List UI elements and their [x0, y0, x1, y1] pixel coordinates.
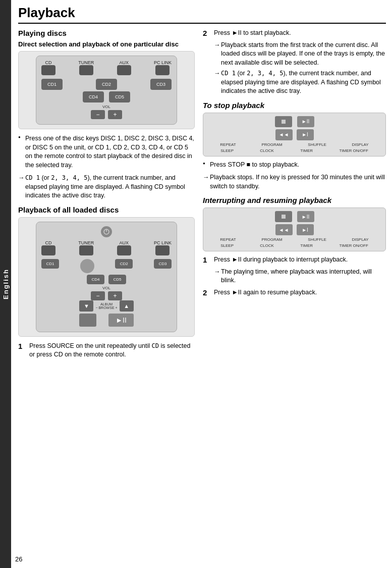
ff-btn[interactable]: ►I — [297, 129, 314, 140]
stop-bullet: Press STOP ■ to stop playback. — [203, 161, 386, 170]
step1-content: Press SOURCE on the unit repeatedly unti… — [29, 342, 195, 359]
cd-source: CD — [41, 60, 55, 77]
stop-btn-panel[interactable] — [275, 116, 292, 127]
tuner-btn-large[interactable] — [79, 245, 93, 255]
arrow-cd1: CD 1 (or 2, 3, 4, 5), the current track … — [18, 174, 195, 200]
stop-top-row: ►II — [207, 116, 381, 127]
timer-label: TIMER — [300, 148, 313, 153]
panel-labels-stop: REPEAT PROGRAM SHUFFLE DISPLAY — [207, 142, 381, 147]
cd123-row: CD1 CD2 CD3 — [41, 79, 172, 90]
stop-heading: To stop playback — [203, 101, 386, 110]
cd2-large[interactable]: CD2 — [115, 259, 133, 269]
stop-play-row: ►II — [41, 314, 172, 327]
stop-mid-row: ◄◄ ►I — [207, 129, 381, 140]
right-column: 2 Press ►II to start playback. Playback … — [203, 29, 386, 363]
vol-down-large[interactable]: − — [91, 291, 105, 300]
pclink-src-large: PC LINK — [154, 240, 172, 257]
pclink-btn-large[interactable] — [155, 245, 170, 255]
vol-up-btn[interactable]: + — [108, 110, 122, 119]
page-number: 26 — [15, 555, 22, 563]
ff-btn2[interactable]: ►I — [297, 224, 314, 235]
step1-num: 1 — [18, 342, 26, 359]
step2-arrow2: CD 1 (or 2, 3, 4, 5), the current track … — [214, 69, 386, 96]
interrupt-step1-num: 1 — [203, 255, 211, 265]
aux-btn-large[interactable] — [117, 245, 131, 255]
stop-btn-panel2[interactable] — [275, 211, 292, 222]
step2-item: 2 Press ►II to start playback. — [203, 29, 386, 38]
timer-label2: TIMER — [300, 243, 313, 248]
interrupt-step1: 1 Press ►II during playback to interrupt… — [203, 255, 386, 265]
cd3-btn[interactable]: CD3 — [150, 79, 172, 90]
interrupt-step1-content: Press ►II during playback to interrupt p… — [214, 255, 386, 265]
play-btn-panel[interactable]: ►II — [297, 116, 314, 127]
tuner-src-large: TUNER — [78, 240, 94, 257]
step2-arrow1: Playback starts from the first track of … — [214, 41, 386, 68]
sleep-label2: SLEEP — [220, 243, 234, 248]
cd-btn[interactable] — [41, 65, 55, 75]
remote-large-image: CD TUNER AUX — [18, 217, 195, 337]
step2-num: 2 — [203, 29, 211, 38]
cd123-large-row: CD1 CD2 CD3 — [41, 259, 172, 273]
nav-up-btn[interactable]: ▲ — [120, 300, 134, 312]
tuner-source: TUNER — [78, 60, 94, 77]
cd5-btn[interactable]: CD5 — [109, 91, 130, 102]
panel-bottom-stop: SLEEP CLOCK TIMER TIMER ON/OFF — [207, 148, 381, 153]
play-btn-large[interactable]: ►II — [108, 314, 134, 327]
interrupt-step1-arrow: The playing time, where playback was int… — [214, 268, 386, 285]
interrupt-mid-row: ◄◄ ►I — [207, 224, 381, 235]
timer-onoff-label2: TIMER ON/OFF — [339, 243, 368, 248]
stop-btn-large[interactable] — [79, 314, 96, 327]
browse-label: − BROWSE + — [95, 306, 117, 309]
album-row: ▼ ALBUM − BROWSE + ▲ — [41, 300, 172, 312]
remote-panel-stop: ►II ◄◄ ►I REPEAT PROGRAM SHUFFLE DISPLAY — [203, 113, 386, 157]
cd3-large[interactable]: CD3 — [154, 259, 172, 269]
bullet-item-1: Press one of the disc keys DISC 1, DISC … — [18, 134, 195, 170]
aux-btn[interactable] — [117, 65, 131, 75]
interrupt-top-btns: ►II — [207, 211, 381, 222]
nav-down-btn[interactable]: ▼ — [79, 300, 93, 312]
program-label2: PROGRAM — [261, 237, 282, 242]
remote-panel-interrupt: ►II ◄◄ ►I REPEAT PROGRAM SHUFFLE DISPLAY — [203, 208, 386, 251]
cd2-btn[interactable]: CD2 — [96, 79, 117, 90]
cd-btn-large[interactable] — [41, 245, 55, 255]
vol-up-large[interactable]: + — [108, 291, 122, 300]
pclink-source: PC LINK — [154, 60, 172, 77]
left-column: Playing discs Direct selection and playb… — [18, 29, 195, 363]
columns: Playing discs Direct selection and playb… — [18, 29, 386, 363]
shuffle-label: SHUFFLE — [308, 142, 326, 147]
interrupt-step2: 2 Press ►II again to resume playback. — [203, 288, 386, 297]
tuner-btn[interactable] — [79, 65, 93, 75]
step2-content: Press ►II to start playback. — [214, 29, 386, 38]
section-all-discs: Playback of all loaded discs — [18, 205, 195, 359]
interrupt-step2-num: 2 — [203, 288, 211, 297]
program-label: PROGRAM — [261, 142, 282, 147]
vol-btns-large: − + — [41, 291, 172, 300]
step1-item: 1 Press SOURCE on the unit repeatedly un… — [18, 342, 195, 359]
cd4-large[interactable]: CD4 — [87, 275, 104, 284]
vol-down-btn[interactable]: − — [91, 110, 105, 119]
vol-label: VOL — [41, 105, 172, 109]
cd4-btn[interactable]: CD4 — [83, 91, 104, 102]
remote-small: CD TUNER AUX — [36, 56, 177, 125]
rew-btn2[interactable]: ◄◄ — [275, 224, 293, 235]
vol-label-large: VOL — [41, 286, 172, 290]
side-tab-label: English — [2, 269, 10, 299]
gray-circle — [80, 259, 94, 273]
section-heading-playing-discs: Playing discs — [18, 29, 195, 37]
display-label: DISPLAY — [352, 142, 368, 147]
repeat-label: REPEAT — [220, 142, 236, 147]
cd1-btn[interactable]: CD1 — [41, 79, 63, 90]
cd5-large[interactable]: CD5 — [108, 275, 126, 284]
album-label-container: ALBUM − BROWSE + — [95, 302, 117, 309]
panel-labels-interrupt: REPEAT PROGRAM SHUFFLE DISPLAY — [207, 237, 381, 242]
play-btn-panel2[interactable]: ►II — [297, 211, 314, 222]
sleep-label: SLEEP — [220, 148, 234, 153]
power-btn[interactable] — [101, 226, 112, 237]
section-heading-all-discs: Playback of all loaded discs — [18, 205, 195, 214]
rew-btn[interactable]: ◄◄ — [275, 129, 293, 140]
pclink-btn[interactable] — [155, 65, 170, 75]
page-title: Playback — [18, 5, 386, 24]
svg-rect-2 — [282, 120, 286, 124]
cd1-large[interactable]: CD1 — [41, 259, 59, 269]
interrupt-step2-content: Press ►II again to resume playback. — [214, 288, 386, 297]
